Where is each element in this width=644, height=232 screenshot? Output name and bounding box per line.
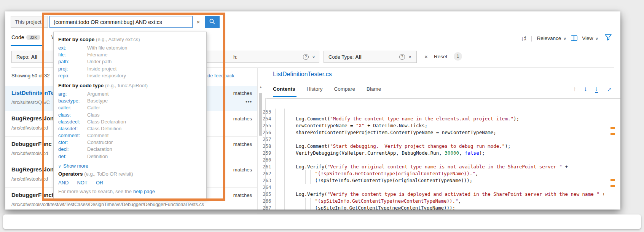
filter-funnel-icon[interactable] xyxy=(604,34,612,42)
codetype-filter-term[interactable]: decl: xyxy=(58,146,87,153)
result-file-name[interactable]: DebuggerFunc xyxy=(11,141,52,147)
reset-filters-button[interactable]: Reset xyxy=(434,54,447,59)
code-type-filter-value: All xyxy=(355,54,362,60)
match-ruler-mark xyxy=(611,127,615,129)
scope-filter-entry: proj:Inside project xyxy=(58,66,206,72)
operator-and[interactable]: AND xyxy=(58,180,69,186)
search-input[interactable] xyxy=(49,16,193,28)
code-text: Log.Comment("Modify the content type nam… xyxy=(296,115,519,122)
code-line: 256sharePointContentTypeProjectItem.Cont… xyxy=(263,129,620,136)
chevron-down-icon: ∨ xyxy=(58,164,61,168)
result-file-name[interactable]: BugRegression xyxy=(11,166,54,173)
codetype-filter-term[interactable]: caller: xyxy=(58,104,87,111)
codetype-filter-term[interactable]: ctor: xyxy=(58,139,87,146)
helper-footer: For more ways to search, see thehelp pag… xyxy=(58,189,206,194)
previous-match-icon[interactable]: ↑ xyxy=(573,85,577,93)
scope-filter-term[interactable]: repo: xyxy=(58,72,87,79)
scope-filter-entry: ext:With file extension xyxy=(58,45,206,51)
active-tab-underline xyxy=(11,45,44,46)
codetype-filter-description: Definition xyxy=(87,153,108,160)
expand-icon[interactable]: ↔ xyxy=(604,84,614,94)
scrollbar-up-icon[interactable]: ▲ xyxy=(259,85,262,89)
line-number: 264 xyxy=(263,184,271,191)
help-icon[interactable]: ? xyxy=(303,54,309,60)
codetype-filter-term[interactable]: def: xyxy=(58,153,87,160)
sort-by-dropdown[interactable]: Relevance ∨ xyxy=(537,35,567,41)
operator-not[interactable]: NOT xyxy=(77,180,87,186)
code-line: 260 xyxy=(263,157,620,163)
code-viewer[interactable]: 253254Log.Comment("Modify the content ty… xyxy=(263,99,620,210)
show-more-link[interactable]: ∨Show more xyxy=(58,163,206,169)
search-scope-button[interactable]: This project xyxy=(11,16,48,28)
chevron-down-icon[interactable]: ∨ xyxy=(312,54,315,59)
results-scrollbar-thumb[interactable] xyxy=(259,93,262,136)
operators-section-title: Operators (e.g., ToDo OR revisit) xyxy=(58,171,206,177)
codetype-filter-term[interactable]: classdef: xyxy=(58,125,87,132)
codetype-filter-term[interactable]: classdecl: xyxy=(58,118,87,125)
code-text: "(spSiteInfo.GetContentType(newContentTy… xyxy=(296,198,461,205)
file-active-tab-underline xyxy=(273,96,296,97)
code-line: 263(!spSiteInfo.GetContentType(originalC… xyxy=(263,177,620,184)
indent-guides xyxy=(271,109,292,115)
line-number: 263 xyxy=(263,177,271,184)
provide-feedback-link[interactable]: de feedback xyxy=(207,73,234,78)
codetype-filter-term[interactable]: class: xyxy=(58,112,87,118)
codetype-filter-entry: basetype:Basetype xyxy=(58,98,206,104)
next-match-icon[interactable]: ↓ xyxy=(584,85,587,93)
tab-code-count-badge: 32K xyxy=(26,35,40,40)
file-tab-blame[interactable]: Blame xyxy=(367,86,381,92)
indent-guides xyxy=(271,129,292,136)
more-options-icon[interactable]: ••• xyxy=(245,99,252,104)
scope-filter-term[interactable]: file: xyxy=(58,51,87,58)
file-panel-tabs: ContentsHistoryCompareBlame xyxy=(273,86,381,92)
codetype-filter-entry: classdecl:Class Declaration xyxy=(58,118,206,125)
match-ruler-mark xyxy=(611,179,615,181)
help-icon[interactable]: ? xyxy=(399,54,405,60)
scope-filter-entry: repo:Inside respository xyxy=(58,72,206,79)
search-button[interactable] xyxy=(205,16,220,28)
results-toolbar: ↓ ZA | Relevance ∨ View ∨ xyxy=(521,33,612,43)
tab-code[interactable]: Code32K xyxy=(11,34,40,40)
code-text: newContentTypeName = "X" + DateTime.Now.… xyxy=(296,122,427,129)
file-tab-contents[interactable]: Contents xyxy=(273,86,295,92)
view-dropdown[interactable]: View ∨ xyxy=(582,35,598,41)
code-line: 258Log.Comment("Start debugging. Verify … xyxy=(263,143,620,150)
scope-filter-description: Inside project xyxy=(87,66,116,72)
file-tab-history[interactable]: History xyxy=(307,86,323,92)
code-line: 257 xyxy=(263,136,620,143)
codetype-filter-entry: class:Class xyxy=(58,112,206,118)
repo-filter-value: All xyxy=(31,54,38,60)
scope-filter-term[interactable]: ext: xyxy=(58,45,87,51)
code-text: Log.Verify("Verify the original content … xyxy=(296,163,568,170)
scope-filter-term[interactable]: path: xyxy=(58,58,87,65)
codetype-filter-description: Class Definition xyxy=(87,125,121,132)
toolbar-divider: | xyxy=(531,35,532,42)
help-page-link[interactable]: help page xyxy=(133,189,155,194)
code-type-filter[interactable]: Code Type: All ? ∨ xyxy=(324,51,417,63)
result-match-count: matches xyxy=(233,90,252,96)
sort-order-icon[interactable]: ↓ ZA xyxy=(521,35,526,42)
reset-filters-icon[interactable]: × xyxy=(424,53,428,60)
download-icon[interactable]: ↓ xyxy=(595,85,598,93)
codetype-section-title: Filter by code type (e.g., func:ApiRoot) xyxy=(58,83,206,88)
line-number: 255 xyxy=(263,122,271,129)
clear-search-icon[interactable]: × xyxy=(193,16,203,28)
line-number: 261 xyxy=(263,163,271,170)
chevron-down-icon[interactable]: ∨ xyxy=(408,54,411,59)
codetype-filter-term[interactable]: basetype: xyxy=(58,98,87,104)
result-file-path: /src/cdfvstools/cd xyxy=(11,151,48,156)
chevron-down-icon: ∨ xyxy=(563,36,566,41)
result-file-name[interactable]: BugRegression xyxy=(11,115,54,122)
scope-filter-term[interactable]: proj: xyxy=(58,66,87,72)
code-line: 254Log.Comment("Modify the content type … xyxy=(263,115,620,122)
line-number: 262 xyxy=(263,170,271,177)
split-view-icon[interactable] xyxy=(571,35,577,41)
search-icon xyxy=(209,18,215,26)
file-tab-compare[interactable]: Compare xyxy=(334,86,355,92)
codetype-filter-term[interactable]: comment: xyxy=(58,132,87,139)
scope-filter-entry: file:Filename xyxy=(58,51,206,58)
operator-or[interactable]: OR xyxy=(96,180,104,186)
codetype-filter-description: Class Declaration xyxy=(87,118,126,125)
codetype-filter-term[interactable]: arg: xyxy=(58,91,87,98)
file-title-link[interactable]: ListDefinitionTester.cs xyxy=(273,71,332,78)
